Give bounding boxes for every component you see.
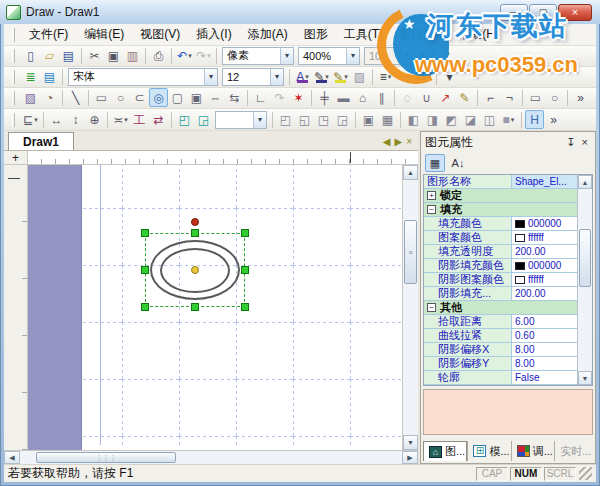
selection-handle-se[interactable] [241,303,249,311]
fontsize-combo[interactable]: 12▾ [222,68,284,86]
menu-item-5[interactable]: 添加(A) [240,24,296,45]
vertical-scroll-track[interactable]: ≡ [403,180,418,435]
shadow-color-icon[interactable]: ▨ [350,67,369,86]
chevron-down-icon[interactable]: ▾ [280,48,293,64]
double-arrow-tool-icon[interactable]: ⇔ [206,88,225,107]
selection-handle-nw[interactable] [141,229,149,237]
menu-item-7[interactable]: 工具(T) [336,24,391,45]
scroll-up-icon[interactable]: ▲ [578,175,592,189]
cut-icon[interactable]: ✂ [85,46,104,65]
minimize-button[interactable]: — [500,4,528,21]
pot-icon[interactable]: ◔ [40,88,59,107]
close-button[interactable]: × [558,4,592,21]
pointer-tool-icon[interactable]: ↗ [436,88,455,107]
panel-tab-3[interactable]: 调... [511,441,554,461]
zoom-combo[interactable]: 400%▾ [298,47,360,65]
corner-arrow-tool-icon[interactable]: ⇆ [225,88,244,107]
font-combo[interactable]: 宋体▾ [68,68,218,86]
property-value[interactable]: ffffff [512,231,577,244]
selection-handle-w[interactable] [141,266,149,274]
property-value[interactable]: 6.00 [512,315,577,328]
fill-color-icon[interactable]: ✎▾ [331,67,350,86]
same-size-icon[interactable]: ⊕ [85,110,104,129]
dimension2-icon[interactable]: ¬ [500,88,519,107]
arc2-tool-icon[interactable]: ↷ [270,88,289,107]
chevron-down-icon[interactable]: ▾ [346,48,359,64]
menu-item-6[interactable]: 图形 [296,24,336,45]
selection-handle-ne[interactable] [241,229,249,237]
line-width-icon[interactable]: ≡▾ [376,67,395,86]
menu-item-9[interactable]: 帮助(H) [450,24,507,45]
property-scroll-thumb[interactable] [579,229,591,287]
ellipse-tool-icon[interactable]: ○ [111,88,130,107]
property-value[interactable]: Shape_El... [512,175,577,188]
more-arrange-icon[interactable]: » [544,110,563,129]
copy-icon[interactable]: ▣ [104,46,123,65]
help-icon[interactable]: ? [437,46,456,65]
layers-icon[interactable]: ≣ [21,67,40,86]
horizontal-scroll-track[interactable]: ⋮⋮⋮ [20,451,402,464]
property-value[interactable]: 200.00 [512,245,577,258]
center-vertical-icon[interactable]: 工 [130,110,149,129]
scroll-right-icon[interactable]: ▶ [402,451,418,464]
vertical-scroll-thumb[interactable]: ≡ [404,220,417,284]
selection-handle-s[interactable] [191,303,199,311]
same-height-icon[interactable]: ↕ [66,110,85,129]
line-tool-icon[interactable]: ╲ [66,88,85,107]
rotation-handle[interactable] [191,218,199,226]
layer-combo[interactable]: ▾ [215,111,267,129]
tab-scroll-right-icon[interactable]: ▶ [394,137,402,147]
menu-item-3[interactable]: 视图(V) [132,24,188,45]
order-forward-icon[interactable]: ◳ [314,110,333,129]
selection-handle-n[interactable] [191,229,199,237]
text-image-icon[interactable]: ▨ [21,88,40,107]
group-icon[interactable]: ▣ [359,110,378,129]
bring-front-icon[interactable]: ◰ [175,110,194,129]
order-front-icon[interactable]: ◰ [276,110,295,129]
open-icon[interactable]: ▱ [40,46,59,65]
panel-tab-2[interactable]: ⊞模... [467,441,510,461]
property-value[interactable]: 000000 [512,217,577,230]
tab-scroll-left-icon[interactable]: ◀ [383,137,391,147]
property-value[interactable]: 200.00 [512,287,577,300]
undo-icon[interactable]: ↶▾ [175,46,194,65]
dimension1-icon[interactable]: ⌐ [481,88,500,107]
trim-icon[interactable]: ◨ [423,110,442,129]
send-back-icon[interactable]: ◲ [194,110,213,129]
font-color-icon[interactable]: A▾ [293,67,312,86]
rounded-rect-tool-icon[interactable]: ▢ [168,88,187,107]
same-width-icon[interactable]: ↔ [47,110,66,129]
page-setup-icon[interactable]: ▤ [40,67,59,86]
line-color-icon[interactable]: ✎▾ [312,67,331,86]
toolbar-options-icon[interactable]: ▾ [440,67,459,86]
property-category-3[interactable]: −填充 [424,203,577,217]
property-value[interactable]: 000000 [512,259,577,272]
expand-icon[interactable]: + [427,191,436,200]
scroll-down-icon[interactable]: ▼ [403,435,418,450]
align-menu-icon[interactable]: ⊑▾ [21,110,40,129]
print-icon[interactable]: ⎙ [149,46,168,65]
context-help-icon[interactable]: ↖? [416,46,437,65]
gridsize-combo[interactable]: 10▾ [364,47,414,65]
paste-icon[interactable]: ▥ [123,46,142,65]
weld-icon[interactable]: ◧ [404,110,423,129]
scroll-up-icon[interactable]: ▲ [403,165,418,180]
more-tools-icon[interactable]: » [571,88,590,107]
horizontal-scrollbar[interactable]: ◀ ⋮⋮⋮ ▶ [4,450,418,464]
subtract-icon[interactable]: ◪ [461,110,480,129]
scroll-left-icon[interactable]: ◀ [4,451,20,464]
callout-round-icon[interactable]: ○ [545,88,564,107]
callout-rect-icon[interactable]: ▭ [526,88,545,107]
property-value[interactable]: False [512,371,577,384]
menu-item-2[interactable]: 编辑(E) [76,24,132,45]
connector-tool-icon[interactable]: ╪ [315,88,334,107]
selection-handle-sw[interactable] [141,303,149,311]
order-back-icon[interactable]: ◱ [295,110,314,129]
panel-tab-4[interactable]: 实时... [554,441,593,461]
collapse-icon[interactable]: − [427,205,436,214]
line-style-icon[interactable]: ┄▾ [395,67,414,86]
categorized-view-icon[interactable]: ▦ [425,154,445,172]
panel-tab-1[interactable]: ⌂图... [423,441,467,461]
bar-tool-icon[interactable]: ▬ [334,88,353,107]
property-value[interactable]: ffffff [512,273,577,286]
